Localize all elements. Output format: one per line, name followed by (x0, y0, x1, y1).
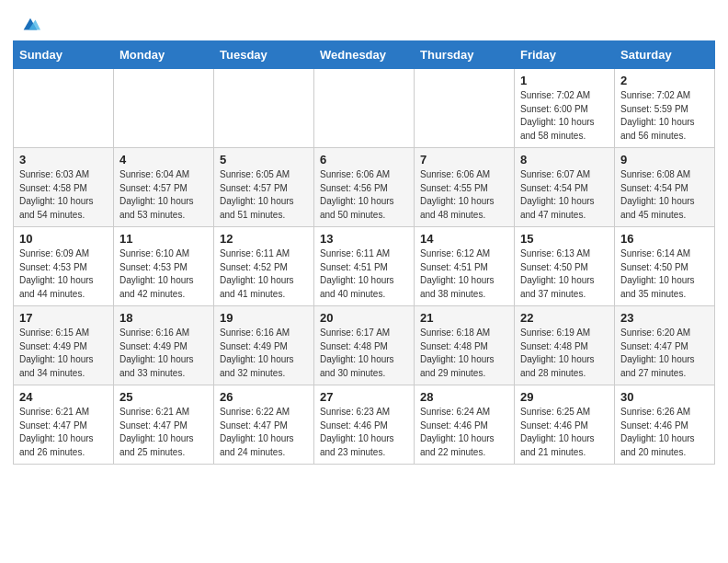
day-info: Sunrise: 6:03 AM Sunset: 4:58 PM Dayligh… (19, 168, 108, 222)
week-row-2: 3Sunrise: 6:03 AM Sunset: 4:58 PM Daylig… (14, 148, 715, 227)
calendar-cell: 1Sunrise: 7:02 AM Sunset: 6:00 PM Daylig… (515, 69, 615, 148)
day-number: 2 (620, 74, 709, 87)
day-info: Sunrise: 6:06 AM Sunset: 4:55 PM Dayligh… (420, 168, 508, 222)
day-number: 17 (19, 311, 108, 325)
day-info: Sunrise: 6:12 AM Sunset: 4:51 PM Dayligh… (420, 247, 508, 301)
day-number: 23 (620, 311, 709, 325)
day-number: 14 (420, 232, 508, 246)
day-info: Sunrise: 6:22 AM Sunset: 4:47 PM Dayligh… (220, 406, 308, 459)
day-info: Sunrise: 6:15 AM Sunset: 4:49 PM Dayligh… (19, 327, 108, 380)
calendar-cell (214, 69, 314, 148)
day-info: Sunrise: 6:23 AM Sunset: 4:46 PM Dayligh… (320, 406, 408, 459)
calendar-cell: 7Sunrise: 6:06 AM Sunset: 4:55 PM Daylig… (415, 148, 515, 227)
calendar-cell (415, 69, 515, 148)
day-number: 3 (19, 153, 108, 167)
day-number: 19 (220, 311, 308, 325)
calendar-cell: 6Sunrise: 6:06 AM Sunset: 4:56 PM Daylig… (314, 148, 415, 227)
day-number: 8 (520, 153, 609, 167)
day-info: Sunrise: 6:11 AM Sunset: 4:52 PM Dayligh… (220, 247, 308, 301)
calendar-cell: 20Sunrise: 6:17 AM Sunset: 4:48 PM Dayli… (314, 306, 415, 385)
day-number: 10 (19, 232, 108, 246)
weekday-header-row: SundayMondayTuesdayWednesdayThursdayFrid… (14, 41, 715, 69)
day-info: Sunrise: 6:07 AM Sunset: 4:54 PM Dayligh… (520, 168, 609, 222)
calendar-cell (114, 69, 214, 148)
calendar-cell: 27Sunrise: 6:23 AM Sunset: 4:46 PM Dayli… (314, 385, 415, 465)
day-number: 6 (320, 153, 408, 167)
day-info: Sunrise: 6:24 AM Sunset: 4:46 PM Dayligh… (420, 406, 508, 459)
calendar-cell: 2Sunrise: 7:02 AM Sunset: 5:59 PM Daylig… (615, 69, 715, 148)
day-info: Sunrise: 6:20 AM Sunset: 4:47 PM Dayligh… (620, 327, 709, 380)
day-number: 25 (119, 390, 208, 404)
day-number: 11 (119, 232, 208, 246)
weekday-header-saturday: Saturday (615, 41, 715, 69)
calendar-cell: 24Sunrise: 6:21 AM Sunset: 4:47 PM Dayli… (14, 385, 114, 465)
calendar-cell: 28Sunrise: 6:24 AM Sunset: 4:46 PM Dayli… (415, 385, 515, 465)
calendar-cell: 18Sunrise: 6:16 AM Sunset: 4:49 PM Dayli… (114, 306, 214, 385)
calendar-cell: 29Sunrise: 6:25 AM Sunset: 4:46 PM Dayli… (515, 385, 615, 465)
calendar-cell: 26Sunrise: 6:22 AM Sunset: 4:47 PM Dayli… (214, 385, 314, 465)
weekday-header-wednesday: Wednesday (314, 41, 415, 69)
day-number: 24 (19, 390, 108, 404)
calendar-cell (14, 69, 114, 148)
calendar-cell: 12Sunrise: 6:11 AM Sunset: 4:52 PM Dayli… (214, 227, 314, 306)
day-number: 15 (520, 232, 609, 246)
day-info: Sunrise: 6:16 AM Sunset: 4:49 PM Dayligh… (119, 327, 208, 380)
day-number: 12 (220, 232, 308, 246)
day-info: Sunrise: 6:09 AM Sunset: 4:53 PM Dayligh… (19, 247, 108, 301)
calendar-cell: 3Sunrise: 6:03 AM Sunset: 4:58 PM Daylig… (14, 148, 114, 227)
day-info: Sunrise: 6:21 AM Sunset: 4:47 PM Dayligh… (19, 406, 108, 459)
calendar-cell: 30Sunrise: 6:26 AM Sunset: 4:46 PM Dayli… (615, 385, 715, 465)
calendar-cell: 23Sunrise: 6:20 AM Sunset: 4:47 PM Dayli… (615, 306, 715, 385)
day-info: Sunrise: 6:11 AM Sunset: 4:51 PM Dayligh… (320, 247, 408, 301)
day-number: 29 (520, 390, 609, 404)
day-info: Sunrise: 6:05 AM Sunset: 4:57 PM Dayligh… (220, 168, 308, 222)
day-info: Sunrise: 6:21 AM Sunset: 4:47 PM Dayligh… (119, 406, 208, 459)
day-info: Sunrise: 6:13 AM Sunset: 4:50 PM Dayligh… (520, 247, 609, 301)
day-info: Sunrise: 6:08 AM Sunset: 4:54 PM Dayligh… (620, 168, 709, 222)
day-number: 22 (520, 311, 609, 325)
calendar-cell: 4Sunrise: 6:04 AM Sunset: 4:57 PM Daylig… (114, 148, 214, 227)
calendar-cell: 14Sunrise: 6:12 AM Sunset: 4:51 PM Dayli… (415, 227, 515, 306)
calendar-cell: 19Sunrise: 6:16 AM Sunset: 4:49 PM Dayli… (214, 306, 314, 385)
day-number: 5 (220, 153, 308, 167)
day-number: 28 (420, 390, 508, 404)
day-info: Sunrise: 6:04 AM Sunset: 4:57 PM Dayligh… (119, 168, 208, 222)
calendar-cell: 25Sunrise: 6:21 AM Sunset: 4:47 PM Dayli… (114, 385, 214, 465)
logo (18, 17, 40, 31)
day-info: Sunrise: 7:02 AM Sunset: 5:59 PM Dayligh… (620, 89, 709, 143)
day-number: 13 (320, 232, 408, 246)
calendar-table: SundayMondayTuesdayWednesdayThursdayFrid… (13, 40, 715, 465)
day-info: Sunrise: 6:19 AM Sunset: 4:48 PM Dayligh… (520, 327, 609, 380)
day-number: 18 (119, 311, 208, 325)
day-info: Sunrise: 7:02 AM Sunset: 6:00 PM Dayligh… (520, 89, 609, 143)
weekday-header-thursday: Thursday (415, 41, 515, 69)
day-info: Sunrise: 6:18 AM Sunset: 4:48 PM Dayligh… (420, 327, 508, 380)
calendar-cell: 21Sunrise: 6:18 AM Sunset: 4:48 PM Dayli… (415, 306, 515, 385)
week-row-4: 17Sunrise: 6:15 AM Sunset: 4:49 PM Dayli… (14, 306, 715, 385)
calendar-cell: 9Sunrise: 6:08 AM Sunset: 4:54 PM Daylig… (615, 148, 715, 227)
day-info: Sunrise: 6:17 AM Sunset: 4:48 PM Dayligh… (320, 327, 408, 380)
calendar-cell: 22Sunrise: 6:19 AM Sunset: 4:48 PM Dayli… (515, 306, 615, 385)
calendar-cell: 8Sunrise: 6:07 AM Sunset: 4:54 PM Daylig… (515, 148, 615, 227)
day-info: Sunrise: 6:10 AM Sunset: 4:53 PM Dayligh… (119, 247, 208, 301)
calendar-cell: 13Sunrise: 6:11 AM Sunset: 4:51 PM Dayli… (314, 227, 415, 306)
weekday-header-friday: Friday (515, 41, 615, 69)
day-number: 9 (620, 153, 709, 167)
page-header (0, 0, 728, 40)
day-info: Sunrise: 6:26 AM Sunset: 4:46 PM Dayligh… (620, 406, 709, 459)
weekday-header-tuesday: Tuesday (214, 41, 314, 69)
weekday-header-sunday: Sunday (14, 41, 114, 69)
day-number: 20 (320, 311, 408, 325)
calendar-cell (314, 69, 415, 148)
day-number: 21 (420, 311, 508, 325)
day-number: 27 (320, 390, 408, 404)
day-number: 1 (520, 74, 609, 87)
day-number: 30 (620, 390, 709, 404)
logo-icon (20, 15, 40, 35)
weekday-header-monday: Monday (114, 41, 214, 69)
day-info: Sunrise: 6:14 AM Sunset: 4:50 PM Dayligh… (620, 247, 709, 301)
calendar-cell: 5Sunrise: 6:05 AM Sunset: 4:57 PM Daylig… (214, 148, 314, 227)
day-number: 26 (220, 390, 308, 404)
day-info: Sunrise: 6:06 AM Sunset: 4:56 PM Dayligh… (320, 168, 408, 222)
week-row-1: 1Sunrise: 7:02 AM Sunset: 6:00 PM Daylig… (14, 69, 715, 148)
